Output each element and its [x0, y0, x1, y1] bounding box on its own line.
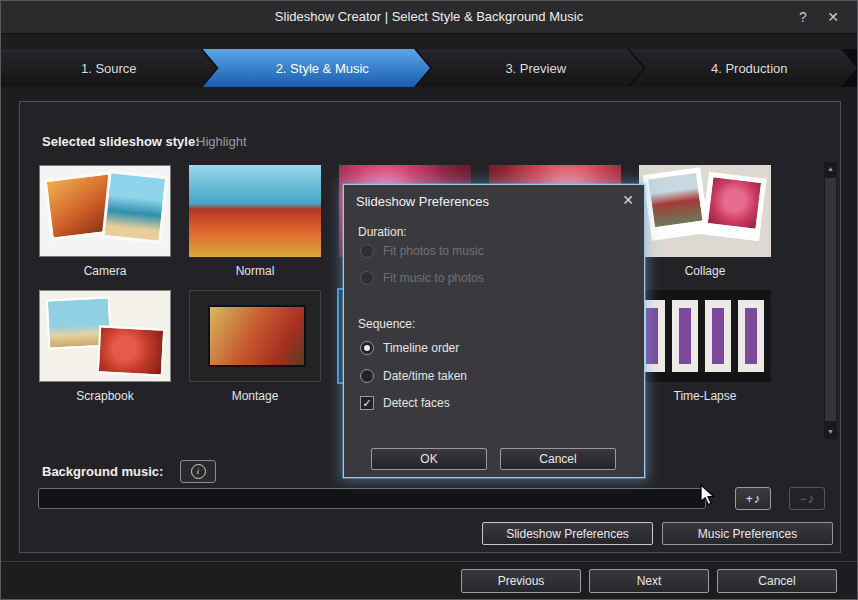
minus-icon: − [800, 492, 807, 506]
style-item-normal[interactable]: Normal [180, 160, 330, 285]
slideshow-preferences-dialog: Slideshow Preferences ✕ Duration: Fit ph… [343, 184, 645, 478]
style-name: Time-Lapse [630, 389, 780, 403]
style-item-time-lapse[interactable]: Time-Lapse [630, 285, 780, 410]
previous-button[interactable]: Previous [461, 569, 581, 593]
style-item-montage[interactable]: Montage [180, 285, 330, 410]
music-info-button[interactable]: i [180, 460, 216, 483]
info-icon: i [191, 464, 206, 479]
style-name: Normal [180, 264, 330, 278]
detect-faces-option[interactable]: ✓ Detect faces [360, 396, 450, 410]
tab-production[interactable]: 4. Production [630, 49, 858, 87]
music-note-icon: ♪ [808, 491, 815, 506]
remove-music-button: − ♪ [789, 487, 825, 510]
style-thumbnail-montage [189, 290, 321, 382]
dialog-close-icon[interactable]: ✕ [622, 192, 634, 208]
checkbox-label: Detect faces [383, 396, 450, 410]
radio-timeline-order[interactable]: Timeline order [360, 341, 459, 355]
style-thumbnail-normal [189, 165, 321, 257]
style-item-scrapbook[interactable]: Scrapbook [30, 285, 180, 410]
styles-scrollbar[interactable]: ▲ ▼ [824, 162, 837, 439]
style-thumbnail-time-lapse [639, 290, 771, 382]
help-icon[interactable]: ? [793, 1, 813, 33]
style-thumbnail-camera [39, 165, 171, 257]
music-preferences-button[interactable]: Music Preferences [662, 522, 833, 545]
next-button[interactable]: Next [589, 569, 709, 593]
style-item-collage[interactable]: Collage [630, 160, 780, 285]
selected-style-value: Highlight [196, 134, 247, 149]
radio-date-time-taken[interactable]: Date/time taken [360, 369, 467, 383]
background-music-label: Background music: [42, 464, 163, 479]
footer-divider [1, 561, 858, 562]
tab-preview-label: 3. Preview [505, 61, 566, 76]
cancel-button[interactable]: Cancel [717, 569, 837, 593]
tab-style-and-music-label: 2. Style & Music [276, 61, 369, 76]
selected-style-label: Selected slideshow style: [42, 134, 200, 149]
radio-icon [360, 271, 374, 285]
radio-fit-photos-to-music: Fit photos to music [360, 244, 484, 258]
sequence-label: Sequence: [358, 317, 415, 331]
dialog-cancel-button[interactable]: Cancel [500, 448, 616, 470]
slideshow-creator-window: Slideshow Creator | Select Style & Backg… [0, 0, 858, 600]
music-note-icon: ♪ [754, 491, 761, 506]
window-title: Slideshow Creator | Select Style & Backg… [1, 1, 857, 33]
tab-preview[interactable]: 3. Preview [416, 49, 644, 87]
tab-source[interactable]: 1. Source [1, 49, 217, 87]
style-name: Collage [630, 264, 780, 278]
scroll-up-icon[interactable]: ▲ [824, 162, 837, 176]
plus-icon: + [746, 492, 753, 506]
tab-source-label: 1. Source [81, 61, 137, 76]
add-music-button[interactable]: + ♪ [735, 487, 771, 510]
dialog-title: Slideshow Preferences [356, 194, 489, 209]
radio-label: Fit photos to music [383, 244, 484, 258]
radio-label: Timeline order [383, 341, 459, 355]
style-name: Montage [180, 389, 330, 403]
background-music-input[interactable] [38, 488, 706, 509]
radio-label: Date/time taken [383, 369, 467, 383]
radio-selected-icon[interactable] [360, 341, 374, 355]
style-name: Camera [30, 264, 180, 278]
scroll-down-icon[interactable]: ▼ [824, 425, 837, 439]
style-thumbnail-collage [639, 165, 771, 257]
style-name: Scrapbook [30, 389, 180, 403]
tab-style-and-music[interactable]: 2. Style & Music [203, 49, 431, 87]
duration-label: Duration: [358, 225, 407, 239]
slideshow-preferences-button[interactable]: Slideshow Preferences [482, 522, 653, 545]
detect-faces-checkbox[interactable]: ✓ [360, 396, 374, 410]
close-icon[interactable]: ✕ [823, 1, 843, 33]
tab-production-label: 4. Production [711, 61, 788, 76]
scrollbar-thumb[interactable] [825, 178, 836, 421]
titlebar: Slideshow Creator | Select Style & Backg… [1, 1, 857, 34]
wizard-tab-strip: 1. Source 2. Style & Music 3. Preview 4.… [1, 49, 857, 87]
radio-label: Fit music to photos [383, 271, 484, 285]
style-thumbnail-scrapbook [39, 290, 171, 382]
check-icon: ✓ [362, 398, 371, 409]
radio-icon [360, 244, 374, 258]
radio-fit-music-to-photos: Fit music to photos [360, 271, 484, 285]
ok-button[interactable]: OK [371, 448, 487, 470]
style-item-camera[interactable]: Camera [30, 160, 180, 285]
radio-icon[interactable] [360, 369, 374, 383]
